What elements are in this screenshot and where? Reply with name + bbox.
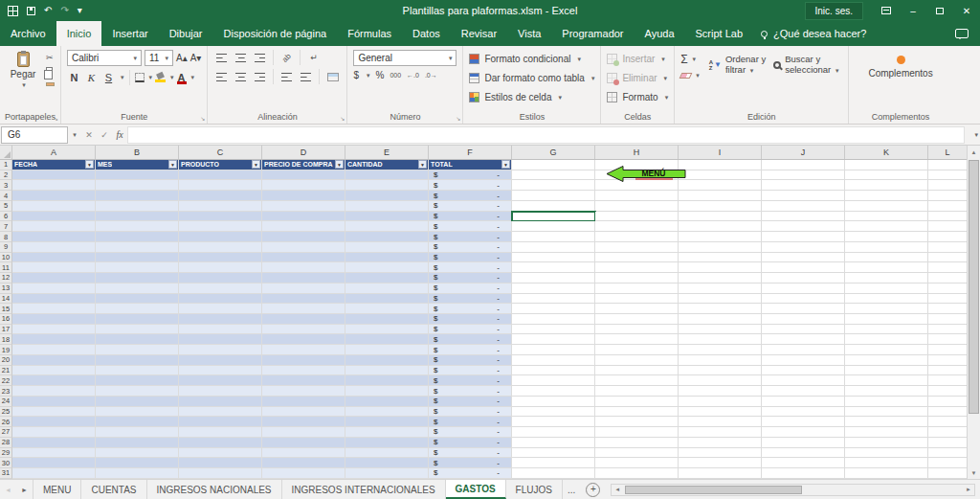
cell-J17[interactable] (762, 325, 845, 335)
cell-I1[interactable] (679, 160, 762, 170)
sheet-tab-menu[interactable]: MENU (33, 480, 81, 499)
cell-E22[interactable] (345, 375, 429, 386)
cell-K16[interactable] (845, 314, 928, 325)
cell-K29[interactable] (845, 448, 928, 459)
sign-in-button[interactable]: Inic. ses. (805, 2, 863, 20)
tab-inicio[interactable]: Inicio (56, 21, 102, 46)
cell-H17[interactable] (595, 325, 679, 335)
tab-vista[interactable]: Vista (507, 21, 551, 46)
cell-D11[interactable] (262, 262, 345, 273)
cell-D18[interactable] (262, 334, 345, 345)
cell-styles-button[interactable]: Estilos de celda ▾ (469, 88, 594, 106)
align-left-icon[interactable] (213, 70, 230, 84)
row-header-16[interactable]: 16 (0, 314, 12, 325)
cell-B14[interactable] (96, 294, 179, 305)
cell-D31[interactable] (262, 468, 345, 479)
cell-C15[interactable] (179, 304, 262, 314)
decrease-font-icon[interactable]: A▾ (190, 53, 202, 63)
cell-B26[interactable] (96, 417, 179, 427)
cell-G15[interactable] (512, 304, 595, 314)
cell-E29[interactable] (345, 448, 429, 459)
tab-archivo[interactable]: Archivo (0, 21, 56, 46)
cell-L22[interactable] (928, 375, 967, 386)
cell-I12[interactable] (679, 273, 762, 284)
cell-L18[interactable] (928, 334, 967, 345)
align-bottom-icon[interactable] (252, 51, 268, 65)
redo-icon[interactable]: ↷ (60, 6, 68, 15)
cell-D13[interactable] (262, 284, 345, 294)
cell-A22[interactable] (12, 375, 96, 386)
cell-D22[interactable] (262, 375, 345, 386)
bold-button[interactable]: N (67, 70, 81, 85)
tell-me-box[interactable]: ¿Qué desea hacer? (753, 21, 874, 46)
cell-F16[interactable]: $- (429, 314, 512, 325)
cell-G13[interactable] (512, 284, 595, 294)
conditional-formatting-button[interactable]: Formato condicional ▾ (469, 50, 594, 68)
cell-F29[interactable]: $- (429, 448, 512, 459)
cell-J31[interactable] (762, 468, 845, 479)
cell-B18[interactable] (96, 334, 179, 345)
column-header-C[interactable]: C (179, 146, 262, 159)
cell-K9[interactable] (845, 242, 928, 253)
cell-A8[interactable] (12, 232, 96, 242)
cell-C8[interactable] (179, 232, 262, 242)
cell-G10[interactable] (512, 253, 595, 263)
cell-F9[interactable]: $- (429, 242, 512, 253)
cell-C17[interactable] (179, 325, 262, 335)
filter-icon[interactable]: ▼ (168, 160, 177, 169)
cell-D8[interactable] (262, 232, 345, 242)
cell-I20[interactable] (679, 355, 762, 366)
cell-A25[interactable] (12, 407, 96, 418)
cell-G19[interactable] (512, 345, 595, 355)
column-header-K[interactable]: K (845, 146, 928, 159)
cell-E11[interactable] (345, 262, 429, 273)
cell-B7[interactable] (96, 221, 179, 232)
cell-F21[interactable]: $- (429, 366, 512, 376)
cell-L7[interactable] (928, 221, 967, 232)
fill-color-dropdown-icon[interactable]: ▾ (170, 74, 174, 81)
cell-E10[interactable] (345, 253, 429, 263)
column-header-H[interactable]: H (595, 146, 679, 159)
cell-J14[interactable] (762, 294, 845, 305)
cell-G4[interactable] (512, 191, 595, 201)
cell-E3[interactable] (345, 180, 429, 191)
cell-G7[interactable] (512, 221, 595, 232)
cell-E21[interactable] (345, 366, 429, 376)
cell-H10[interactable] (595, 253, 679, 263)
cell-F24[interactable]: $- (429, 397, 512, 407)
cell-K26[interactable] (845, 417, 928, 427)
row-header-18[interactable]: 18 (0, 334, 12, 345)
cell-H4[interactable] (595, 191, 679, 201)
cell-L14[interactable] (928, 294, 967, 305)
copy-icon[interactable] (46, 67, 53, 75)
cell-B21[interactable] (96, 366, 179, 376)
borders-icon[interactable] (135, 73, 145, 82)
scroll-right-icon[interactable]: ► (963, 485, 974, 495)
cell-G18[interactable] (512, 334, 595, 345)
save-icon[interactable] (27, 7, 35, 15)
cell-F26[interactable]: $- (429, 417, 512, 427)
cell-G28[interactable] (512, 438, 595, 448)
cell-B8[interactable] (96, 232, 179, 242)
cell-E30[interactable] (345, 458, 429, 468)
column-header-J[interactable]: J (762, 146, 845, 159)
cell-E8[interactable] (345, 232, 429, 242)
cell-D20[interactable] (262, 355, 345, 366)
cell-B1[interactable]: MES▼ (96, 160, 179, 170)
cell-A21[interactable] (12, 366, 96, 376)
cell-B22[interactable] (96, 375, 179, 386)
cell-H18[interactable] (595, 334, 679, 345)
cell-I15[interactable] (679, 304, 762, 314)
cell-K7[interactable] (845, 221, 928, 232)
font-name-select[interactable]: Calibri ▾ (67, 50, 142, 66)
cell-A28[interactable] (12, 438, 96, 448)
cell-L2[interactable] (928, 170, 967, 181)
cell-J9[interactable] (762, 242, 845, 253)
comments-icon[interactable] (955, 29, 969, 38)
row-header-17[interactable]: 17 (0, 325, 12, 335)
horizontal-scroll-thumb[interactable] (625, 486, 802, 494)
cell-A15[interactable] (12, 304, 96, 314)
row-header-11[interactable]: 11 (0, 262, 12, 273)
cell-K20[interactable] (845, 355, 928, 366)
number-format-select[interactable]: General ▾ (353, 50, 457, 66)
